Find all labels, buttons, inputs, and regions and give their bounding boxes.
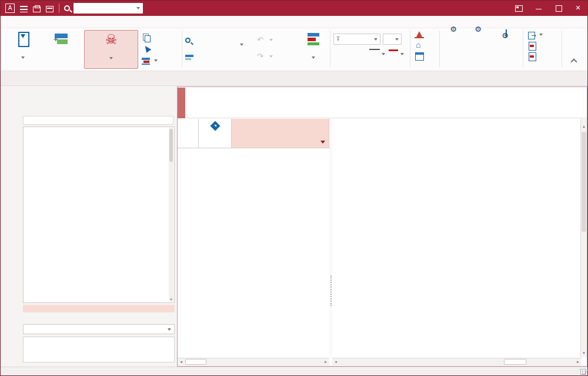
- copy-icon: [142, 34, 150, 41]
- ribbon: Ŧ: [1, 28, 588, 71]
- scrollbar-thumb[interactable]: [185, 359, 206, 365]
- redo-icon: [257, 53, 265, 61]
- verschieben-button[interactable]: [185, 51, 226, 62]
- cone-manage-icon[interactable]: [415, 31, 424, 39]
- chevron-down-icon[interactable]: [382, 53, 385, 55]
- balken-button[interactable]: [467, 30, 491, 31]
- app-window: A: [0, 0, 588, 376]
- row-insert-icon: [54, 31, 69, 46]
- titlebar: A: [1, 1, 588, 16]
- cursor-icon: [142, 45, 150, 53]
- catalog-search-input[interactable]: [23, 116, 173, 125]
- app-logo-icon: A: [5, 4, 15, 13]
- chevron-down-icon[interactable]: [136, 7, 140, 9]
- gefaehrdungskatalog-button[interactable]: [84, 30, 138, 69]
- column-header-gewerk[interactable]: [232, 119, 329, 148]
- insert-icon: [15, 31, 31, 46]
- calendar-manage-icon[interactable]: [415, 52, 424, 61]
- ribbon-divider: [330, 31, 330, 67]
- einfuegen-button[interactable]: [6, 30, 39, 61]
- gantt-vertical-scrollbar[interactable]: ▲▼: [580, 119, 587, 357]
- suchen-button[interactable]: [185, 34, 226, 46]
- status-bar: [1, 367, 588, 376]
- layout-toggle-icon[interactable]: [509, 1, 529, 16]
- column-header-info[interactable]: [199, 119, 232, 148]
- sige-plan-panel: ▲▼ ◄► ◄►: [177, 86, 587, 367]
- chevron-down-icon[interactable]: [539, 34, 543, 36]
- rueckgaengig-button[interactable]: [257, 34, 299, 46]
- ribbon-divider: [439, 31, 440, 67]
- export-doc-icon[interactable]: [527, 52, 537, 61]
- gantt-chart: [332, 148, 582, 358]
- kopieren-button[interactable]: [142, 31, 181, 43]
- print-icon[interactable]: [33, 6, 41, 12]
- widerrufen-button[interactable]: [257, 51, 299, 62]
- delete-rows-icon: [142, 57, 150, 65]
- sige-plan-button[interactable]: [492, 30, 520, 38]
- document-tabs: [1, 71, 588, 86]
- layouts-icon: [306, 31, 321, 46]
- uebernahme-select[interactable]: [23, 324, 175, 334]
- font-name-select[interactable]: Ŧ: [333, 34, 380, 45]
- titlebar-divider: [59, 4, 59, 13]
- ribbon-collapse-icon[interactable]: [570, 58, 578, 65]
- zeilen-button[interactable]: [443, 30, 466, 31]
- mode-label: [2, 88, 21, 94]
- quick-access-list-icon[interactable]: [20, 6, 28, 12]
- ribbon-divider: [182, 31, 182, 67]
- hinweis-box: [23, 337, 175, 362]
- info-icon: [210, 121, 220, 131]
- tree-scrollbar[interactable]: ▼: [169, 128, 173, 302]
- ribbon-divider: [562, 31, 562, 67]
- save-icon[interactable]: [46, 6, 54, 12]
- font-color-button[interactable]: [389, 49, 398, 51]
- gliedern-button[interactable]: [228, 30, 256, 48]
- layouts-button[interactable]: [299, 30, 328, 61]
- scrollbar-thumb[interactable]: [582, 132, 586, 232]
- alles-markieren-button[interactable]: [142, 43, 181, 55]
- zeitachse-tab[interactable]: [178, 88, 185, 118]
- global-search-input[interactable]: [74, 4, 136, 12]
- minimize-button[interactable]: [529, 1, 549, 16]
- catalog-tree: ▼: [23, 127, 175, 303]
- undo-icon: [257, 36, 265, 44]
- table-horizontal-scrollbar[interactable]: ◄►: [178, 358, 329, 365]
- sort-icon[interactable]: [320, 141, 325, 144]
- export-pdf-icon[interactable]: [527, 41, 537, 50]
- search-icon: [64, 5, 70, 11]
- building-manage-icon[interactable]: [415, 41, 424, 50]
- close-button[interactable]: [569, 1, 588, 16]
- timeline-overview[interactable]: [185, 88, 587, 118]
- ribbon-divider: [410, 31, 410, 67]
- font-size-select[interactable]: [383, 34, 402, 45]
- search-icon: [185, 38, 191, 43]
- chevron-down-icon: [168, 328, 171, 331]
- resize-grip-icon[interactable]: [580, 369, 586, 375]
- ribbon-divider: [523, 31, 523, 67]
- plan-gear-icon: [506, 29, 507, 37]
- global-search[interactable]: [74, 3, 143, 14]
- zeile-einfuegen-button[interactable]: [39, 30, 83, 54]
- scroll-down-icon: ▼: [581, 350, 587, 357]
- maximize-button[interactable]: [549, 1, 569, 16]
- import-icon[interactable]: [527, 31, 537, 39]
- scrollbar-thumb[interactable]: [504, 359, 526, 365]
- skull-icon: [103, 32, 119, 47]
- column-header-nr[interactable]: [178, 119, 199, 148]
- catalog-stand: [23, 305, 175, 312]
- chevron-down-icon[interactable]: [400, 53, 404, 55]
- scroll-down-icon: ▼: [169, 298, 173, 301]
- chart-horizontal-scrollbar[interactable]: ◄►: [332, 358, 582, 365]
- move-icon: [185, 53, 193, 61]
- loeschen-button[interactable]: [142, 55, 181, 66]
- scroll-up-icon: ▲: [581, 123, 587, 131]
- menu-bar: [1, 16, 588, 28]
